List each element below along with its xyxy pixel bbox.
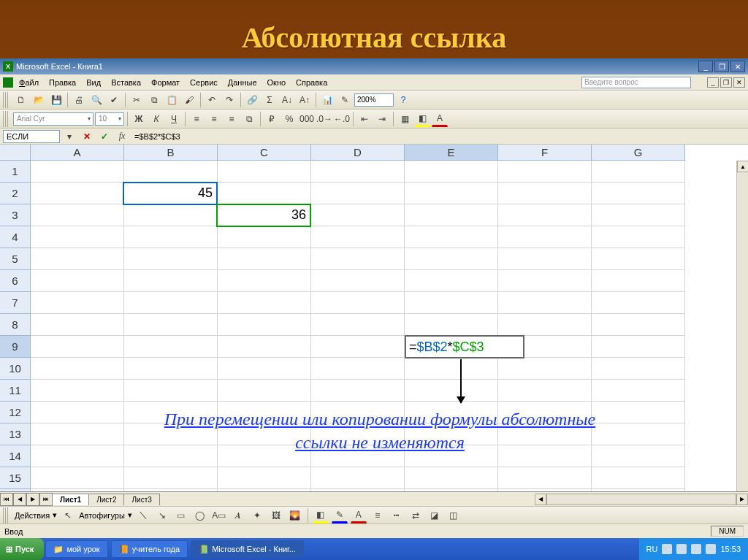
formula-input[interactable]: =$B$2*$C$3 (131, 132, 745, 141)
cell-E10[interactable] (405, 358, 498, 380)
menu-tools[interactable]: Сервис (186, 77, 222, 88)
cell-F16[interactable] (498, 489, 592, 491)
task-folder[interactable]: 📁 мой урок (45, 540, 107, 558)
print-icon[interactable]: 🖨 (71, 92, 87, 108)
cell-D4[interactable] (311, 226, 405, 248)
tray-icon[interactable] (691, 544, 701, 554)
menu-insert[interactable]: Вставка (107, 77, 145, 88)
clock[interactable]: 15:53 (720, 545, 741, 553)
textbox-icon[interactable]: A▭ (211, 507, 227, 523)
cell-F4[interactable] (498, 226, 592, 248)
cell-B5[interactable] (124, 248, 218, 270)
row-header[interactable]: 2 (0, 183, 31, 204)
cell-D5[interactable] (311, 248, 405, 270)
cell-F2[interactable] (498, 183, 592, 204)
italic-icon[interactable]: К (148, 111, 164, 127)
line-style-icon[interactable]: ≡ (370, 507, 386, 523)
col-C[interactable]: C (218, 145, 311, 161)
cell-E2[interactable] (405, 183, 498, 204)
row-header[interactable]: 4 (0, 226, 31, 248)
cell-E7[interactable] (405, 292, 498, 314)
chart-icon[interactable]: 📊 (319, 92, 335, 108)
row-header[interactable]: 13 (0, 423, 31, 445)
paste-icon[interactable]: 📋 (164, 92, 180, 108)
copy-icon[interactable]: ⧉ (146, 92, 162, 108)
cell-C11[interactable] (218, 380, 311, 402)
cell-C8[interactable] (218, 314, 311, 336)
name-box[interactable]: ЕСЛИ (3, 130, 60, 143)
cell-E8[interactable] (405, 314, 498, 336)
cell-C3[interactable]: 36 (218, 204, 311, 226)
line-icon[interactable]: ＼ (135, 507, 151, 523)
open-icon[interactable]: 📂 (31, 92, 47, 108)
menu-data[interactable]: Данные (224, 77, 262, 88)
hyperlink-icon[interactable]: 🔗 (244, 92, 260, 108)
cell-C9[interactable] (218, 336, 311, 358)
ask-question-input[interactable]: Введите вопрос (581, 77, 691, 88)
sheet-tab-3[interactable]: Лист3 (123, 494, 159, 505)
increase-decimal-icon[interactable]: .0→ (316, 111, 332, 127)
cell-F7[interactable] (498, 292, 592, 314)
cell-D3[interactable] (311, 204, 405, 226)
cell-B6[interactable] (124, 270, 218, 292)
cell-E1[interactable] (405, 161, 498, 183)
row-header[interactable]: 5 (0, 248, 31, 270)
cell-E3[interactable] (405, 204, 498, 226)
cell-D10[interactable] (311, 358, 405, 380)
row-header[interactable]: 7 (0, 292, 31, 314)
sheet-tab-1[interactable]: Лист1 (52, 494, 89, 505)
comma-icon[interactable]: 000 (299, 111, 315, 127)
decrease-decimal-icon[interactable]: ←.0 (334, 111, 350, 127)
fontsize-combo[interactable]: 10 (95, 112, 124, 126)
cell-C7[interactable] (218, 292, 311, 314)
tab-next-icon[interactable]: ▶ (26, 493, 39, 506)
cell-E9[interactable] (405, 336, 498, 358)
cell-D2[interactable] (311, 183, 405, 204)
arrow-icon[interactable]: ↘ (154, 507, 170, 523)
currency-icon[interactable]: ₽ (264, 111, 280, 127)
dash-style-icon[interactable]: ┅ (389, 507, 405, 523)
cell-G8[interactable] (592, 314, 685, 336)
cell-G11[interactable] (592, 380, 685, 402)
cut-icon[interactable]: ✂ (129, 92, 145, 108)
tray-icon[interactable] (662, 544, 672, 554)
cell-D8[interactable] (311, 314, 405, 336)
cell-D16[interactable] (311, 489, 405, 491)
row-header[interactable]: 8 (0, 314, 31, 336)
restore-button[interactable]: ❐ (714, 61, 729, 72)
cell-B7[interactable] (124, 292, 218, 314)
cell-E15[interactable] (405, 467, 498, 489)
cell-G2[interactable] (592, 183, 685, 204)
align-center-icon[interactable]: ≡ (206, 111, 222, 127)
cell-E6[interactable] (405, 270, 498, 292)
sort-asc-icon[interactable]: A↓ (279, 92, 295, 108)
cell-G10[interactable] (592, 358, 685, 380)
menu-file[interactable]: Файл (15, 77, 43, 88)
tab-prev-icon[interactable]: ◀ (13, 493, 26, 506)
preview-icon[interactable]: 🔍 (88, 92, 104, 108)
col-A[interactable]: A (31, 145, 124, 161)
row-header[interactable]: 16 (0, 489, 31, 491)
lang-indicator[interactable]: RU (646, 545, 658, 553)
decrease-indent-icon[interactable]: ⇤ (356, 111, 373, 127)
oval-icon[interactable]: ◯ (192, 507, 208, 523)
cell-G16[interactable] (592, 489, 685, 491)
rectangle-icon[interactable]: ▭ (173, 507, 189, 523)
cell-E5[interactable] (405, 248, 498, 270)
col-D[interactable]: D (311, 145, 405, 161)
scroll-right-icon[interactable]: ▶ (736, 494, 748, 505)
shadow-icon[interactable]: ◪ (427, 507, 443, 523)
cell-F1[interactable] (498, 161, 592, 183)
autosum-icon[interactable]: Σ (262, 92, 278, 108)
menu-view[interactable]: Вид (82, 77, 105, 88)
col-F[interactable]: F (498, 145, 592, 161)
start-button[interactable]: ⊞ Пуск (0, 538, 44, 560)
row-header[interactable]: 1 (0, 161, 31, 183)
sort-desc-icon[interactable]: A↑ (297, 92, 313, 108)
cell-G15[interactable] (592, 467, 685, 489)
cell-A6[interactable] (31, 270, 124, 292)
cell-F15[interactable] (498, 467, 592, 489)
cell-E4[interactable] (405, 226, 498, 248)
cell-G9[interactable] (592, 336, 685, 358)
cell-F10[interactable] (498, 358, 592, 380)
